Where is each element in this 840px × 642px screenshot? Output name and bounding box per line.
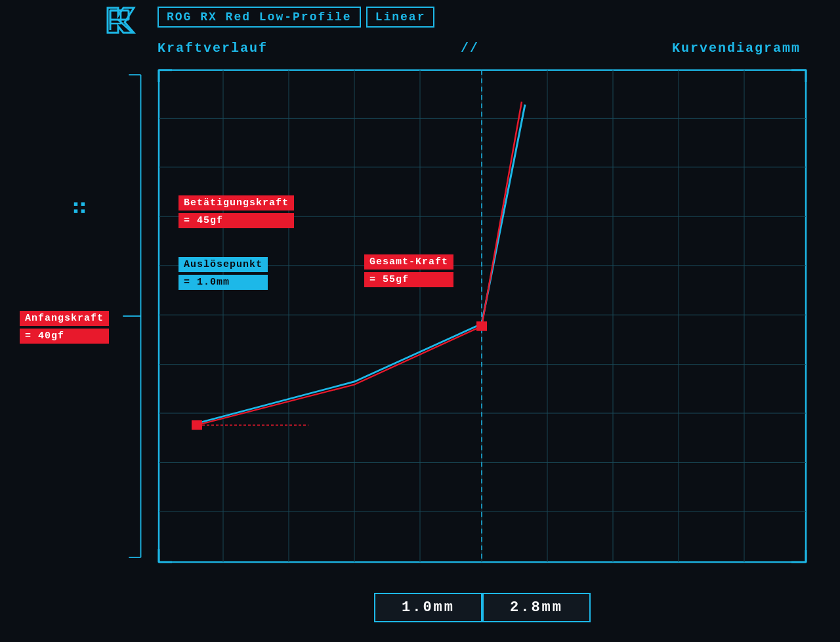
gesamt-annotation: Gesamt-Kraft = 55gf (364, 254, 453, 287)
logo-area (105, 5, 139, 39)
betaetigung-value: = 45gf (178, 213, 294, 228)
anfang-label: Anfangskraft (20, 311, 109, 326)
ausloese-value: = 1.0mm (178, 275, 268, 290)
svg-rect-43 (192, 420, 202, 430)
betaetigung-label: Betätigungskraft (178, 195, 294, 211)
product-name-badge: ROG RX Red Low-Profile (158, 7, 361, 28)
betaetigung-annotation: Betätigungskraft = 45gf (178, 195, 294, 228)
subtitle-row: Kraftverlauf // Kurvendiagramm (158, 41, 801, 56)
axis-label-28mm: 2.8mm (482, 593, 591, 622)
rog-logo-icon (105, 5, 139, 35)
svg-rect-12 (74, 209, 77, 212)
gesamt-value: = 55gf (364, 272, 453, 287)
gesamt-label: Gesamt-Kraft (364, 254, 453, 270)
separator-label: // (461, 41, 479, 56)
svg-rect-11 (81, 202, 85, 205)
svg-rect-44 (476, 321, 487, 331)
ausloese-annotation: Auslösepunkt = 1.0mm (178, 257, 268, 290)
anfang-value: = 40gf (20, 329, 109, 344)
title-badge-area: ROG RX Red Low-Profile Linear (158, 7, 434, 28)
anfang-annotation: Anfangskraft = 40gf (20, 311, 109, 344)
chart-container (158, 69, 807, 563)
ausloese-label: Auslösepunkt (178, 257, 268, 272)
kraftverlauf-label: Kraftverlauf (158, 41, 268, 56)
kurvendiagramm-label: Kurvendiagramm (672, 41, 801, 56)
switch-type-badge: Linear (366, 7, 435, 28)
svg-rect-10 (74, 202, 77, 205)
svg-rect-13 (81, 209, 85, 212)
bottom-axis-labels: 1.0mm 2.8mm (158, 593, 807, 622)
chart-svg (158, 69, 807, 563)
axis-label-1mm: 1.0mm (374, 593, 482, 622)
